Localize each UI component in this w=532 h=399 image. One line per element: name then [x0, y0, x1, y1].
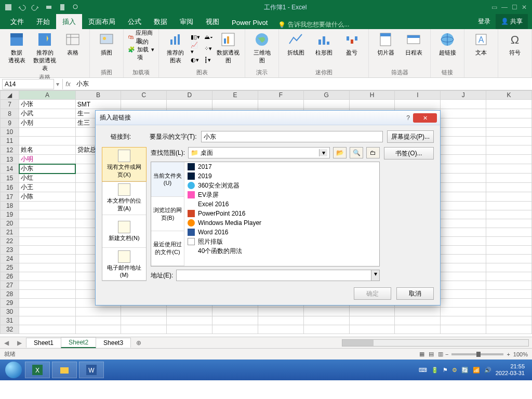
row-header[interactable]: 24: [1, 255, 19, 263]
cell[interactable]: [395, 325, 441, 334]
zoom-value[interactable]: 100%: [513, 351, 528, 357]
cell[interactable]: [441, 281, 486, 290]
tray-volume-icon[interactable]: 🔊: [484, 367, 491, 374]
cell[interactable]: [19, 325, 76, 334]
tray-action-icon[interactable]: ⚑: [443, 367, 448, 374]
cell[interactable]: [258, 316, 303, 325]
chart-line-icon[interactable]: 📈▾: [191, 43, 201, 54]
namebox-dropdown-icon[interactable]: ▾: [56, 81, 62, 88]
cell[interactable]: [349, 100, 395, 109]
linkto-newdoc[interactable]: 新建文档(N): [102, 215, 146, 248]
row-header[interactable]: 14: [1, 164, 19, 174]
cell[interactable]: [441, 246, 486, 255]
chart-scatter-icon[interactable]: ⁘▾: [204, 43, 213, 54]
close-icon[interactable]: ✕: [522, 4, 527, 11]
cell[interactable]: [121, 308, 167, 316]
cell[interactable]: [19, 246, 76, 255]
cell[interactable]: [19, 255, 76, 263]
cell[interactable]: [19, 202, 76, 210]
row-header[interactable]: 32: [1, 325, 19, 334]
view-normal-icon[interactable]: ▦: [417, 351, 427, 357]
cell[interactable]: [212, 325, 258, 334]
row-header[interactable]: 15: [1, 174, 19, 183]
list-item[interactable]: Windows Media Player: [184, 218, 379, 228]
share-button[interactable]: 👤 共享: [496, 14, 528, 29]
list-item[interactable]: 40个函数的用法: [184, 246, 379, 256]
row-header[interactable]: 9: [1, 118, 19, 128]
cell[interactable]: [486, 145, 532, 155]
cell[interactable]: [441, 290, 486, 299]
tray-time[interactable]: 21:55: [496, 363, 525, 370]
cell[interactable]: [212, 316, 258, 325]
cell[interactable]: [441, 228, 486, 237]
tab-layout[interactable]: 页面布局: [82, 14, 122, 29]
sheet-tab-2[interactable]: Sheet2: [61, 337, 96, 348]
cell[interactable]: [19, 316, 76, 325]
row-header[interactable]: 17: [1, 192, 19, 202]
tab-review[interactable]: 审阅: [174, 14, 200, 29]
browse-file-button[interactable]: 🗀: [366, 147, 380, 158]
cell[interactable]: [19, 281, 76, 290]
ok-button[interactable]: 确定: [354, 287, 391, 300]
tell-me[interactable]: 💡告诉我您想要做什么...: [274, 20, 353, 29]
cell[interactable]: 小明: [19, 155, 76, 164]
browse-tab-recent[interactable]: 最近使用过的文件(C): [151, 231, 184, 266]
dialog-help-icon[interactable]: ?: [406, 114, 410, 122]
browse-tab-current[interactable]: 当前文件夹(U): [151, 162, 184, 197]
cell[interactable]: [258, 100, 303, 109]
cell[interactable]: [395, 100, 441, 109]
ribbon-options-icon[interactable]: ▭: [491, 4, 497, 11]
cell[interactable]: [441, 109, 486, 118]
file-list[interactable]: 20172019360安全浏览器EV录屏Excel 2016PowerPoint…: [184, 162, 379, 266]
cell[interactable]: [441, 174, 486, 183]
browse-web-button[interactable]: 🔍: [350, 147, 363, 158]
linkto-place[interactable]: 本文档中的位置(A): [102, 181, 146, 215]
cell[interactable]: [486, 246, 532, 255]
col-H[interactable]: H: [349, 91, 395, 100]
row-header[interactable]: 16: [1, 183, 19, 192]
table-row[interactable]: 30: [1, 308, 532, 316]
row-header[interactable]: 20: [1, 219, 19, 228]
zoom-in-icon[interactable]: +: [507, 351, 510, 357]
cell[interactable]: [441, 308, 486, 316]
row-header[interactable]: 18: [1, 202, 19, 210]
row-header[interactable]: 12: [1, 145, 19, 155]
recommended-charts-button[interactable]: 推荐的 图表: [163, 31, 188, 64]
cell[interactable]: [441, 183, 486, 192]
cell[interactable]: [258, 325, 303, 334]
cancel-button[interactable]: 取消: [396, 287, 434, 300]
slicer-button[interactable]: 切片器: [373, 31, 398, 57]
cell[interactable]: [167, 316, 212, 325]
tab-home[interactable]: 开始: [30, 14, 56, 29]
select-all[interactable]: ◢: [1, 91, 19, 100]
zoom-control[interactable]: − + 100%: [445, 351, 528, 357]
dialog-close-button[interactable]: ✕: [413, 113, 437, 123]
cell[interactable]: [19, 228, 76, 237]
cell[interactable]: [441, 210, 486, 219]
view-layout-icon[interactable]: ▤: [427, 351, 436, 357]
row-header[interactable]: 7: [1, 100, 19, 109]
cell[interactable]: [441, 202, 486, 210]
cell[interactable]: [486, 325, 532, 334]
cell[interactable]: [19, 308, 76, 316]
cell[interactable]: [441, 164, 486, 174]
save-icon[interactable]: [4, 3, 12, 11]
tab-data[interactable]: 数据: [148, 14, 174, 29]
chart-pie-icon[interactable]: ◐▾: [191, 54, 201, 65]
cell[interactable]: [19, 210, 76, 219]
cell[interactable]: [486, 183, 532, 192]
timeline-button[interactable]: 日程表: [401, 31, 426, 57]
cell[interactable]: 小别: [19, 118, 76, 128]
cell[interactable]: [167, 308, 212, 316]
print-icon[interactable]: [45, 3, 53, 11]
cell[interactable]: [486, 290, 532, 299]
symbols-button[interactable]: Ω符号: [502, 31, 527, 57]
dialog-titlebar[interactable]: 插入超链接 ? ✕: [96, 111, 440, 125]
cell[interactable]: [441, 263, 486, 272]
chart-stock-icon[interactable]: ┇▾: [204, 54, 213, 65]
list-item[interactable]: 360安全浏览器: [184, 181, 379, 190]
col-I[interactable]: I: [395, 91, 441, 100]
cell[interactable]: [441, 272, 486, 281]
cell[interactable]: [441, 299, 486, 308]
sheet-tab-1[interactable]: Sheet1: [26, 338, 61, 348]
